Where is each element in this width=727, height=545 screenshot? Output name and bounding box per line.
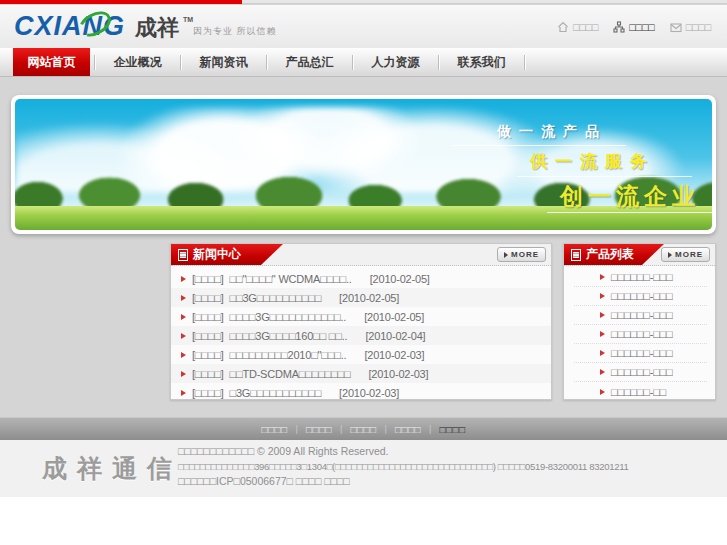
copyright-line: □□□□□□□□□□□□ © 2009 All Rights Reserved. [178, 444, 629, 459]
top-link-label: □□□□ [629, 21, 654, 33]
news-item[interactable]: [□□□□] □□□□3G□□□□160□□ □□.. [2010-02-04] [171, 326, 551, 345]
bullet-arrow-icon [600, 331, 605, 337]
bullet-arrow-icon [181, 333, 186, 339]
product-icon [571, 249, 581, 261]
top-link-label: □□□□ [573, 21, 598, 33]
bullet-arrow-icon [600, 274, 605, 280]
product-title-ribbon: 产品列表 [564, 244, 664, 265]
product-item[interactable]: □□□□□□-□□□ [574, 287, 707, 306]
product-item-label: □□□□□□-□□□ [611, 271, 672, 283]
product-more-button[interactable]: MORE [661, 247, 710, 262]
news-category: [□□□□] [192, 368, 224, 380]
news-item[interactable]: [□□□□] □□□□3G□□□□□□□□□□□.. [2010-02-05] [171, 307, 551, 326]
news-category: [□□□□] [192, 349, 224, 361]
banner-image: 做一流产品 供一流服务 创一流企业 [15, 99, 712, 230]
news-item[interactable]: [□□□□] □□TD-SCDMA□□□□□□□□ [2010-02-03] [171, 364, 551, 383]
news-item[interactable]: [□□□□] □3G□□□□□□□□□□□ [2010-02-03] [171, 383, 551, 402]
product-item[interactable]: □□□□□□-□□□ [574, 363, 707, 382]
news-date: [2010-02-05] [364, 311, 424, 323]
product-item[interactable]: □□□□□□-□□ [574, 382, 707, 401]
product-item[interactable]: □□□□□□-□□□ [574, 344, 707, 363]
main-navigation: 网站首页 企业概况 新闻资讯 产品总汇 人力资源 联系我们 [0, 48, 727, 77]
footer-link[interactable]: □□□□ [350, 424, 376, 435]
product-panel-title: 产品列表 [586, 246, 634, 263]
address-phone-line: □□□□□□□□□□□□□□396□□□□□3□1304□(□□□□□□□□□□… [178, 459, 629, 474]
news-date: [2010-02-03] [339, 387, 399, 399]
news-center-panel: 新闻中心 MORE [□□□□] □□"□□□□" WCDMA□□□□.. [2… [170, 243, 552, 400]
news-date: [2010-02-05] [370, 273, 430, 285]
news-panel-title: 新闻中心 [193, 246, 241, 263]
more-label: MORE [511, 250, 539, 259]
trademark-label: TM [183, 7, 193, 33]
footer-link-divider: | [429, 424, 431, 434]
top-link-label: □□□□ [686, 21, 711, 33]
news-title-text: □3G□□□□□□□□□□□ [230, 387, 322, 399]
hero-banner: 做一流产品 供一流服务 创一流企业 [11, 95, 716, 234]
more-label: MORE [675, 250, 703, 259]
product-item-label: □□□□□□-□□ [611, 386, 666, 398]
product-list-panel: 产品列表 MORE □□□□□□-□□□ □□□□□□-□□□ □□□□□□-□… [563, 243, 716, 400]
footer-link-divider: | [296, 424, 298, 434]
news-icon [178, 249, 188, 261]
footer-link-bar: □□□□ | □□□□ | □□□□ | □□□□ | □□□□ [0, 417, 727, 440]
product-item-label: □□□□□□-□□□ [611, 366, 672, 378]
product-item[interactable]: □□□□□□-□□□ [574, 325, 707, 344]
footer-link[interactable]: □□□□ [261, 424, 287, 435]
footer-link[interactable]: □□□□ [306, 424, 332, 435]
nav-tab-home[interactable]: 网站首页 [13, 48, 90, 76]
nav-tab-news[interactable]: 新闻资讯 [185, 48, 262, 76]
news-date: [2010-02-04] [365, 330, 425, 342]
footer-link[interactable]: □□□□ [439, 424, 465, 435]
news-title-ribbon: 新闻中心 [171, 244, 283, 265]
news-category: [□□□□] [192, 311, 224, 323]
logo-tagline: 因为专业 所以信赖 [193, 25, 277, 38]
news-item[interactable]: [□□□□] □□"□□□□" WCDMA□□□□.. [2010-02-05] [171, 269, 551, 288]
top-link-sitemap[interactable]: □□□□ [613, 21, 654, 33]
top-link-contact[interactable]: □□□□ [670, 21, 711, 33]
news-item[interactable]: [□□□□] □□□□□□□□□2010□"□□□.. [2010-02-03] [171, 345, 551, 364]
icp-line: □□□□□□ICP□05006677□ □□□□ □□□□ [178, 474, 629, 489]
footer-link-divider: | [340, 424, 342, 434]
more-arrow-icon [668, 252, 672, 258]
news-date: [2010-02-03] [368, 368, 428, 380]
news-title-text: □□□□3G□□□□160□□ □□.. [230, 330, 348, 342]
company-logo: CXIANG 成祥TM 因为专业 所以信赖 [14, 11, 277, 41]
nav-divider [94, 55, 95, 70]
footer-link[interactable]: □□□□ [395, 424, 421, 435]
news-more-button[interactable]: MORE [497, 247, 546, 262]
bullet-arrow-icon [181, 371, 186, 377]
product-panel-header: 产品列表 MORE [564, 244, 715, 266]
news-list: [□□□□] □□"□□□□" WCDMA□□□□.. [2010-02-05]… [171, 266, 551, 402]
top-strip [0, 0, 727, 4]
bullet-arrow-icon [600, 312, 605, 318]
header-quick-links: □□□□ □□□□ □□□□ [557, 21, 711, 33]
news-category: [□□□□] [192, 387, 224, 399]
product-item[interactable]: □□□□□□-□□□ [574, 268, 707, 287]
nav-divider [352, 55, 353, 70]
footer-link-divider: | [385, 424, 387, 434]
news-panel-header: 新闻中心 MORE [171, 244, 551, 266]
slogan-underline [547, 212, 712, 213]
news-item[interactable]: [□□□□] □□3G□□□□□□□□□□ [2010-02-05] [171, 288, 551, 307]
nav-tab-products[interactable]: 产品总汇 [271, 48, 348, 76]
product-item[interactable]: □□□□□□-□□□ [574, 306, 707, 325]
nav-tab-contact[interactable]: 联系我们 [443, 48, 520, 76]
logo-chinese-text: 成祥TM [135, 15, 179, 41]
news-title-text: □□□□3G□□□□□□□□□□□.. [230, 311, 347, 323]
sitemap-icon [613, 21, 625, 33]
bullet-arrow-icon [600, 369, 605, 375]
nav-tab-company[interactable]: 企业概况 [99, 48, 176, 76]
product-item-label: □□□□□□-□□□ [611, 328, 672, 340]
top-link-home[interactable]: □□□□ [557, 21, 598, 33]
bullet-arrow-icon [181, 295, 186, 301]
nav-tab-hr[interactable]: 人力资源 [357, 48, 434, 76]
nav-divider [266, 55, 267, 70]
logo-cn-label: 成祥 [135, 15, 179, 40]
bullet-arrow-icon [181, 276, 186, 282]
banner-slogan-1: 做一流产品 [497, 123, 607, 141]
news-date: [2010-02-03] [364, 349, 424, 361]
nav-divider [524, 55, 525, 70]
slogan-underline [517, 176, 692, 177]
header: CXIANG 成祥TM 因为专业 所以信赖 □□□□ [0, 5, 727, 48]
bullet-arrow-icon [600, 350, 605, 356]
